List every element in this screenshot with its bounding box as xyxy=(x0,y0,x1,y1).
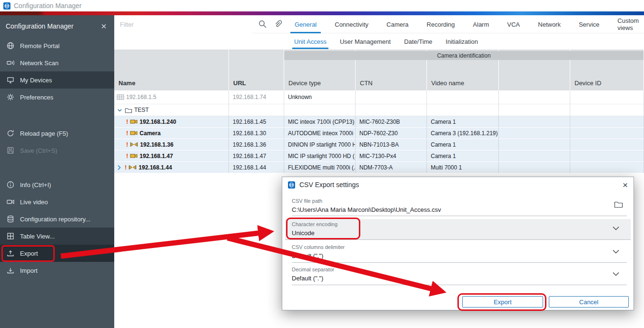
app-window: Configuration Manager Configuration Mana… xyxy=(0,0,644,328)
gear-icon xyxy=(6,93,15,101)
chevron-down-icon[interactable] xyxy=(613,226,619,230)
sidebar-item-info[interactable]: Info (Ctrl+I) xyxy=(0,176,114,193)
folder-name: TEST xyxy=(134,107,149,113)
tab-network[interactable]: Network xyxy=(529,15,570,33)
export-button[interactable]: Export xyxy=(462,296,543,308)
tab-label: Connectivity xyxy=(335,21,368,28)
table-body: 192.168.1.5 192.168.1.74 Unknown TEST xyxy=(114,90,644,173)
tab-vca[interactable]: VCA xyxy=(498,15,529,33)
cell-name: ! 192.168.1.44 xyxy=(114,162,229,173)
sidebar-title: Configuration Manager xyxy=(6,22,73,30)
dialog-title: CSV Export settings xyxy=(299,181,359,189)
subtab-label: Initialization xyxy=(446,38,478,45)
cell-device-type: MIC IP starlight 7000 HD (... xyxy=(284,150,356,162)
folder-browse-icon[interactable] xyxy=(614,201,623,208)
device-name: 192.168.1.36 xyxy=(140,141,173,148)
cell-device-type: AUTODOME inteox 7000i (... xyxy=(284,128,356,139)
table-row[interactable]: ! 192.168.1.240 192.168.1.45 MIC inteox … xyxy=(114,116,644,128)
tab-label: General xyxy=(295,21,317,28)
table-row[interactable]: ! 192.168.1.47 192.168.1.47 MIC IP starl… xyxy=(114,150,644,162)
sidebar-item-network-scan[interactable]: Network Scan xyxy=(0,54,114,71)
csv-delimiter-label: CSV columns delimiter xyxy=(292,244,345,250)
table-row-folder[interactable]: TEST xyxy=(114,104,644,116)
sidebar-item-remote-portal[interactable]: Remote Portal xyxy=(0,37,114,54)
warning-icon: ! xyxy=(126,129,128,137)
subtab-date-time[interactable]: Date/Time xyxy=(397,33,439,50)
tab-connectivity[interactable]: Connectivity xyxy=(326,15,377,33)
warning-icon: ! xyxy=(126,141,128,148)
close-icon[interactable]: × xyxy=(101,21,107,31)
tab-recording[interactable]: Recording xyxy=(417,15,464,33)
cell-device-id xyxy=(570,116,644,128)
sidebar-item-label: Preferences xyxy=(20,94,53,101)
sub-tab-bar: Unit Access User Management Date/Time In… xyxy=(114,33,644,50)
table-row[interactable]: ! 192.168.1.36 192.168.1.36 DINION IP st… xyxy=(114,139,644,150)
sidebar-spacer xyxy=(0,106,114,125)
sidebar-item-export[interactable]: Export xyxy=(0,245,114,262)
character-encoding-value[interactable]: Unicode xyxy=(292,229,315,237)
expand-chevron-icon[interactable] xyxy=(117,165,122,170)
tab-custom-views[interactable]: Custom views xyxy=(608,15,644,33)
sidebar-item-import[interactable]: Import xyxy=(0,262,114,279)
tab-general[interactable]: General xyxy=(286,15,326,33)
sidebar-item-label: Export xyxy=(20,250,38,257)
tab-camera[interactable]: Camera xyxy=(377,15,417,33)
grid-device-icon xyxy=(117,94,124,100)
cell-url: 192.168.1.47 xyxy=(229,150,284,162)
cell-device-type: Unknown xyxy=(284,90,356,104)
chevron-down-icon[interactable] xyxy=(613,272,619,276)
paperclip-icon[interactable] xyxy=(273,20,283,29)
column-header-url[interactable]: URL xyxy=(229,50,284,90)
csv-file-path-value[interactable]: C:\Users\Ana Maria Marconi\Desktop\Unit_… xyxy=(292,206,441,213)
export-icon xyxy=(6,249,15,258)
subtab-label: Date/Time xyxy=(404,38,432,45)
repository-icon xyxy=(6,215,15,223)
sidebar-item-label: Network Scan xyxy=(20,60,59,67)
sidebar-item-configuration-repository[interactable]: Configuration repository... xyxy=(0,210,114,228)
cancel-button[interactable]: Cancel xyxy=(549,296,629,308)
cell-empty xyxy=(499,90,570,104)
cell-name: ! 192.168.1.36 xyxy=(114,139,229,150)
globe-icon xyxy=(6,41,15,50)
cell-ctn: NBN-71013-BA xyxy=(356,139,427,150)
table-row[interactable]: ! Camera 192.168.1.30 AUTODOME inteox 70… xyxy=(114,128,644,139)
column-header-name[interactable]: Name xyxy=(114,50,229,90)
close-icon[interactable]: × xyxy=(623,180,628,189)
csv-delimiter-value[interactable]: Default (",") xyxy=(292,252,323,259)
sidebar-item-reload-page[interactable]: Reload page (F5) xyxy=(0,125,114,142)
sidebar-item-label: Configuration repository... xyxy=(20,216,90,223)
sidebar: Configuration Manager × Remote Portal Ne… xyxy=(0,15,114,328)
subtab-unit-access[interactable]: Unit Access xyxy=(287,33,333,50)
cell-url: 192.168.1.44 xyxy=(229,162,284,173)
subtab-user-management[interactable]: User Management xyxy=(333,33,397,50)
search-icon[interactable] xyxy=(258,20,268,29)
sidebar-item-my-devices[interactable]: My Devices xyxy=(0,71,114,89)
cell-video-name: Multi 7000 1 xyxy=(427,162,499,173)
table-row[interactable]: 192.168.1.5 192.168.1.74 Unknown xyxy=(114,90,644,104)
warning-icon: ! xyxy=(126,118,128,125)
cell-empty xyxy=(499,116,570,128)
cell-empty xyxy=(499,104,570,116)
chevron-down-icon[interactable] xyxy=(613,249,619,254)
collapse-chevron-icon[interactable] xyxy=(117,107,123,113)
devices-icon xyxy=(6,76,15,84)
tab-service[interactable]: Service xyxy=(570,15,608,33)
filter-input[interactable] xyxy=(114,15,252,33)
cell-name: ! 192.168.1.47 xyxy=(114,150,229,162)
device-name: 192.168.1.47 xyxy=(139,153,173,159)
device-name: 192.168.1.44 xyxy=(139,164,172,171)
device-name: Camera xyxy=(139,130,160,137)
table-row[interactable]: ! 192.168.1.44 192.168.1.44 FLEXIDOME mu… xyxy=(114,162,644,173)
bosch-app-icon xyxy=(288,181,295,189)
device-name: 192.168.1.240 xyxy=(139,119,176,125)
tab-alarm[interactable]: Alarm xyxy=(464,15,498,33)
reload-icon xyxy=(6,129,15,138)
subtab-initialization[interactable]: Initialization xyxy=(439,33,485,50)
sidebar-item-live-video[interactable]: Live video xyxy=(0,193,114,210)
decimal-separator-value[interactable]: Default (".") xyxy=(292,275,323,282)
sidebar-item-label: Info (Ctrl+I) xyxy=(20,181,51,189)
sidebar-item-table-view[interactable]: Table View... xyxy=(0,228,114,245)
sidebar-item-save: Save (Ctrl+S) xyxy=(0,142,114,159)
table-view-icon xyxy=(6,232,15,240)
sidebar-item-preferences[interactable]: Preferences xyxy=(0,89,114,106)
